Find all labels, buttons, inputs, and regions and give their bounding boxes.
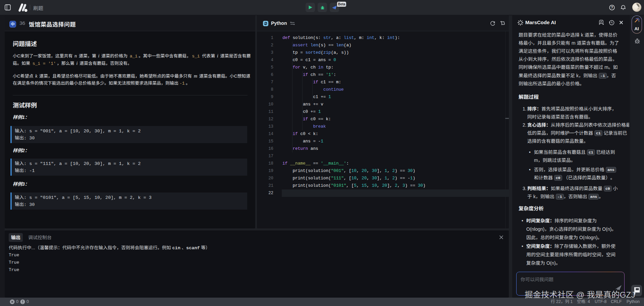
svg-text:?: ?: [611, 6, 613, 9]
